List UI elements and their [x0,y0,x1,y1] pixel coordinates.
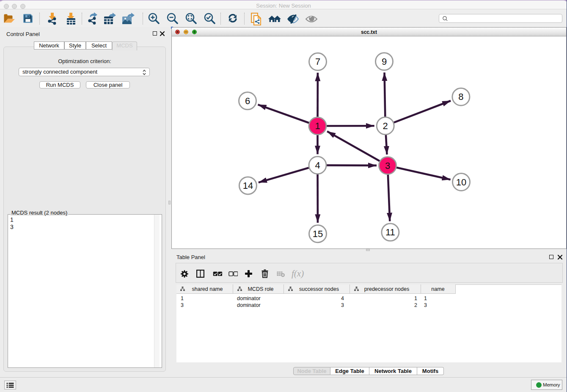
svg-text:9: 9 [382,56,387,67]
svg-text:predecessor nodes: predecessor nodes [364,286,409,292]
svg-text:11: 11 [385,227,395,237]
svg-text:successor nodes: successor nodes [299,286,339,292]
svg-text:name: name [431,286,444,292]
svg-text:MCDS role: MCDS role [248,286,273,292]
svg-text:8: 8 [458,91,463,102]
svg-text:1: 1 [315,121,320,131]
svg-text:4: 4 [315,160,320,171]
svg-text:15: 15 [313,229,323,239]
svg-text:14: 14 [243,180,253,191]
svg-text:6: 6 [245,96,250,106]
svg-text:2: 2 [383,121,388,131]
svg-text:3: 3 [385,160,390,171]
svg-text:shared name: shared name [192,286,223,292]
svg-text:10: 10 [456,177,466,188]
svg-text:7: 7 [315,56,320,67]
